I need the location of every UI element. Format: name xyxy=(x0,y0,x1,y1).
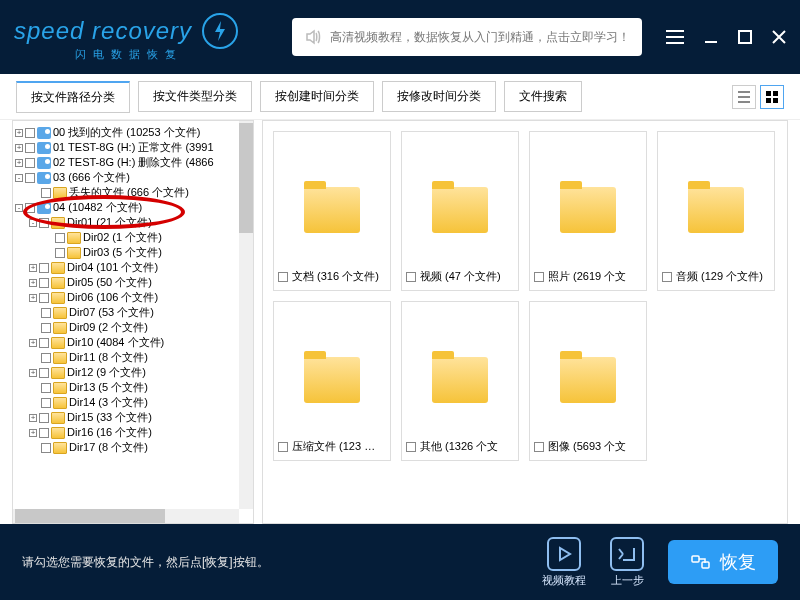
tree-node[interactable]: Dir17 (8 个文件) xyxy=(15,440,251,455)
card-label: 视频 (47 个文件) xyxy=(420,269,501,284)
folder-icon xyxy=(304,357,360,403)
video-tutorial-button[interactable]: 视频教程 xyxy=(542,537,586,588)
folder-card[interactable]: 音频 (129 个文件) xyxy=(657,131,775,291)
close-icon[interactable] xyxy=(772,30,786,44)
footer-hint: 请勾选您需要恢复的文件，然后点[恢复]按钮。 xyxy=(22,554,269,571)
checkbox[interactable] xyxy=(534,272,544,282)
tree-node[interactable]: Dir02 (1 个文件) xyxy=(15,230,251,245)
promo-text: 高清视频教程，数据恢复从入门到精通，点击立即学习！ xyxy=(330,29,630,46)
tree-node[interactable]: +Dir04 (101 个文件) xyxy=(15,260,251,275)
tree-node[interactable]: +Dir10 (4084 个文件) xyxy=(15,335,251,350)
brand-name: speed recovery xyxy=(14,17,192,45)
folder-icon xyxy=(560,357,616,403)
tree-node[interactable]: 丢失的文件 (666 个文件) xyxy=(15,185,251,200)
tree-node[interactable]: -Dir01 (21 个文件) xyxy=(15,215,251,230)
folder-card[interactable]: 其他 (1326 个文 xyxy=(401,301,519,461)
card-label: 照片 (2619 个文 xyxy=(548,269,626,284)
speaker-icon xyxy=(304,28,322,46)
tree-hscroll[interactable] xyxy=(13,509,239,523)
tab-type[interactable]: 按文件类型分类 xyxy=(138,81,252,112)
checkbox[interactable] xyxy=(278,442,288,452)
tree-panel: +00 找到的文件 (10253 个文件)+01 TEST-8G (H:) 正常… xyxy=(12,120,254,524)
tree-node[interactable]: +Dir05 (50 个文件) xyxy=(15,275,251,290)
tab-path[interactable]: 按文件路径分类 xyxy=(16,81,130,113)
folder-card[interactable]: 文档 (316 个文件) xyxy=(273,131,391,291)
tree-node[interactable]: +Dir16 (16 个文件) xyxy=(15,425,251,440)
tabs-toolbar: 按文件路径分类 按文件类型分类 按创建时间分类 按修改时间分类 文件搜索 xyxy=(0,74,800,120)
svg-rect-5 xyxy=(692,556,699,562)
tree-vscroll[interactable] xyxy=(239,121,253,509)
folder-icon xyxy=(432,187,488,233)
window-controls xyxy=(666,30,786,44)
tree-node[interactable]: +Dir15 (33 个文件) xyxy=(15,410,251,425)
minimize-icon[interactable] xyxy=(704,30,718,44)
svg-rect-2 xyxy=(773,91,778,96)
tab-modified[interactable]: 按修改时间分类 xyxy=(382,81,496,112)
card-label: 其他 (1326 个文 xyxy=(420,439,498,454)
folder-icon xyxy=(560,187,616,233)
tab-search[interactable]: 文件搜索 xyxy=(504,81,582,112)
play-icon xyxy=(547,537,581,571)
tree-node[interactable]: Dir03 (5 个文件) xyxy=(15,245,251,260)
card-label: 图像 (5693 个文 xyxy=(548,439,626,454)
folder-grid: 文档 (316 个文件)视频 (47 个文件)照片 (2619 个文音频 (12… xyxy=(262,120,788,524)
svg-rect-4 xyxy=(773,98,778,103)
tree-node[interactable]: +01 TEST-8G (H:) 正常文件 (3991 xyxy=(15,140,251,155)
app-logo: speed recovery 闪电数据恢复 xyxy=(14,13,238,62)
tree-node[interactable]: Dir11 (8 个文件) xyxy=(15,350,251,365)
tree-node[interactable]: +Dir12 (9 个文件) xyxy=(15,365,251,380)
folder-card[interactable]: 图像 (5693 个文 xyxy=(529,301,647,461)
promo-banner[interactable]: 高清视频教程，数据恢复从入门到精通，点击立即学习！ xyxy=(292,18,642,56)
tree-node[interactable]: +02 TEST-8G (H:) 删除文件 (4866 xyxy=(15,155,251,170)
tab-created[interactable]: 按创建时间分类 xyxy=(260,81,374,112)
brand-sub: 闪电数据恢复 xyxy=(75,47,183,62)
main-area: +00 找到的文件 (10253 个文件)+01 TEST-8G (H:) 正常… xyxy=(0,120,800,524)
svg-rect-0 xyxy=(739,31,751,43)
titlebar: speed recovery 闪电数据恢复 高清视频教程，数据恢复从入门到精通，… xyxy=(0,0,800,74)
tree-node[interactable]: Dir13 (5 个文件) xyxy=(15,380,251,395)
checkbox[interactable] xyxy=(406,272,416,282)
bolt-icon xyxy=(202,13,238,49)
card-label: 文档 (316 个文件) xyxy=(292,269,379,284)
folder-icon xyxy=(304,187,360,233)
back-button[interactable]: 上一步 xyxy=(610,537,644,588)
checkbox[interactable] xyxy=(662,272,672,282)
card-label: 音频 (129 个文件) xyxy=(676,269,763,284)
recover-icon xyxy=(690,551,712,573)
tree-node[interactable]: Dir07 (53 个文件) xyxy=(15,305,251,320)
back-icon xyxy=(610,537,644,571)
tree-node[interactable]: -04 (10482 个文件) xyxy=(15,200,251,215)
folder-card[interactable]: 视频 (47 个文件) xyxy=(401,131,519,291)
checkbox[interactable] xyxy=(406,442,416,452)
maximize-icon[interactable] xyxy=(738,30,752,44)
tree-node[interactable]: Dir09 (2 个文件) xyxy=(15,320,251,335)
folder-card[interactable]: 照片 (2619 个文 xyxy=(529,131,647,291)
tree-node[interactable]: Dir14 (3 个文件) xyxy=(15,395,251,410)
svg-rect-3 xyxy=(766,98,771,103)
folder-icon xyxy=(432,357,488,403)
footer: 请勾选您需要恢复的文件，然后点[恢复]按钮。 视频教程 上一步 恢复 xyxy=(0,524,800,600)
folder-card[interactable]: 压缩文件 (123 … xyxy=(273,301,391,461)
checkbox[interactable] xyxy=(278,272,288,282)
card-label: 压缩文件 (123 … xyxy=(292,439,375,454)
checkbox[interactable] xyxy=(534,442,544,452)
view-list-icon[interactable] xyxy=(732,85,756,109)
tree-node[interactable]: +00 找到的文件 (10253 个文件) xyxy=(15,125,251,140)
svg-rect-1 xyxy=(766,91,771,96)
tree-node[interactable]: -03 (666 个文件) xyxy=(15,170,251,185)
menu-icon[interactable] xyxy=(666,30,684,44)
tree-node[interactable]: +Dir06 (106 个文件) xyxy=(15,290,251,305)
recover-button[interactable]: 恢复 xyxy=(668,540,778,584)
folder-icon xyxy=(688,187,744,233)
view-grid-icon[interactable] xyxy=(760,85,784,109)
